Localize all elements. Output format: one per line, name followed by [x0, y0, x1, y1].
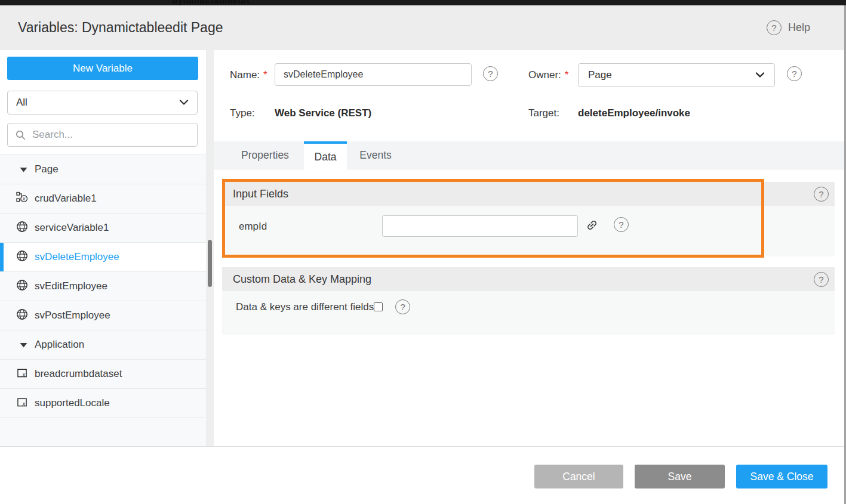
different-fields-label: Data & keys are different fields	[236, 301, 374, 313]
sidebar-item-serviceVariable1[interactable]: serviceVariable1	[0, 214, 206, 243]
variables-dialog: dynamictableedit Variables: Dynamictable…	[0, 0, 846, 504]
tab-data[interactable]: Data	[304, 141, 347, 170]
empid-input[interactable]	[382, 215, 578, 237]
new-variable-button[interactable]: New Variable	[7, 57, 198, 80]
variable-filter-value: All	[16, 97, 179, 109]
chevron-down-icon	[755, 72, 765, 78]
required-marker: *	[565, 69, 569, 81]
different-fields-help-icon[interactable]	[395, 299, 410, 314]
custom-mapping-section: Custom Data & Key Mapping Data & keys ar…	[222, 267, 835, 335]
help-icon[interactable]	[767, 20, 782, 35]
tab-bar: Properties Data Events	[214, 141, 846, 169]
web-service-icon	[16, 279, 28, 293]
tab-events[interactable]: Events	[347, 141, 404, 169]
type-value: Web Service (REST)	[275, 107, 371, 119]
type-label: Type:	[230, 107, 255, 119]
owner-help-icon[interactable]	[787, 66, 802, 81]
sidebar-list: Page x crudVariable1 serviceVariable1 sv…	[0, 154, 206, 446]
sidebar-item-crudVariable1[interactable]: x crudVariable1	[0, 184, 206, 214]
owner-value: Page	[588, 69, 755, 81]
dialog-title: Variables: Dynamictableedit Page	[18, 5, 223, 50]
sidebar-group-Application[interactable]: Application	[0, 330, 206, 360]
help-label[interactable]: Help	[788, 21, 810, 34]
different-fields-checkbox[interactable]	[374, 302, 383, 311]
variables-sidebar: New Variable All Page x crudVariable1 se…	[0, 50, 214, 446]
crud-variable-icon: x	[16, 191, 28, 206]
sidebar-group-Page[interactable]: Page	[0, 155, 206, 184]
svg-text:x: x	[22, 196, 26, 202]
sidebar-item-svDeleteEmployee[interactable]: svDeleteEmployee	[0, 243, 206, 272]
sidebar-scrollbar[interactable]	[206, 50, 214, 446]
save-and-close-button[interactable]: Save & Close	[736, 465, 827, 488]
input-fields-header: Input Fields	[222, 182, 835, 206]
required-marker: *	[263, 69, 267, 81]
cancel-button[interactable]: Cancel	[534, 465, 623, 488]
footer-divider	[0, 446, 846, 447]
search-icon	[16, 130, 26, 140]
background-page-text: dynamictableedit	[172, 0, 250, 5]
target-label: Target:	[528, 107, 559, 119]
custom-mapping-help-icon[interactable]	[814, 272, 829, 287]
custom-mapping-row: Data & keys are different fields	[236, 299, 410, 314]
dialog-header: Variables: Dynamictableedit Page Help	[0, 5, 846, 50]
empid-help-icon[interactable]	[614, 217, 629, 232]
name-help-icon[interactable]	[483, 66, 498, 81]
chevron-down-icon	[179, 100, 189, 106]
bind-link-icon[interactable]	[586, 219, 598, 231]
name-label: Name:*	[230, 69, 267, 81]
owner-label: Owner:*	[528, 69, 568, 81]
target-value: deleteEmployee/invoke	[578, 107, 690, 119]
sidebar-item-svEditEmployee[interactable]: svEditEmployee	[0, 272, 206, 301]
sidebar-scrollbar-thumb[interactable]	[208, 240, 212, 287]
variable-search	[7, 123, 198, 147]
web-service-icon	[16, 250, 28, 264]
background-page-strip: dynamictableedit	[0, 0, 846, 5]
custom-mapping-header: Custom Data & Key Mapping	[222, 267, 835, 291]
owner-select[interactable]: Page	[578, 63, 775, 87]
model-variable-icon: x	[17, 397, 28, 410]
sidebar-item-supportedLocale[interactable]: x supportedLocale	[0, 389, 206, 418]
web-service-icon	[16, 308, 28, 323]
save-button[interactable]: Save	[635, 465, 725, 488]
sidebar-item-breadcrumbdataset[interactable]: x breadcrumbdataset	[0, 360, 206, 389]
header-help[interactable]: Help	[767, 5, 810, 50]
variable-filter-select[interactable]: All	[7, 91, 198, 115]
name-input[interactable]	[275, 63, 472, 86]
web-service-icon	[16, 221, 28, 235]
input-fields-title: Input Fields	[233, 188, 814, 200]
search-input[interactable]	[31, 128, 189, 141]
input-field-label: empId	[239, 221, 267, 233]
custom-mapping-title: Custom Data & Key Mapping	[233, 273, 814, 286]
caret-down-icon	[20, 339, 27, 350]
input-fields-help-icon[interactable]	[814, 187, 829, 202]
input-fields-section: Input Fields empId	[222, 182, 835, 256]
sidebar-item-svPostEmployee[interactable]: svPostEmployee	[0, 301, 206, 330]
caret-down-icon	[20, 164, 27, 175]
model-variable-icon: x	[17, 367, 28, 381]
tab-properties[interactable]: Properties	[233, 141, 297, 169]
